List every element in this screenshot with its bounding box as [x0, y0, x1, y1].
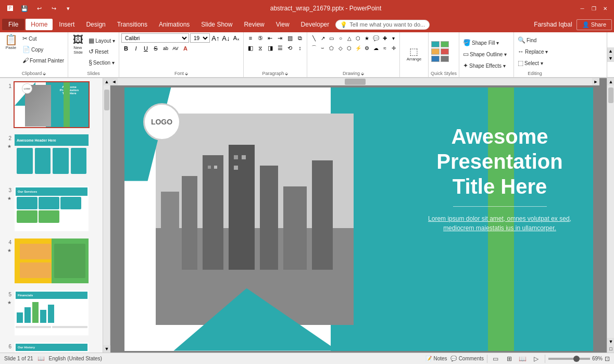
- scroll-left[interactable]: ◄: [110, 78, 118, 85]
- shape-cross[interactable]: ✛: [389, 43, 398, 53]
- comments-button[interactable]: Comments: [459, 356, 484, 361]
- tell-me-bar[interactable]: 💡 Tell me what you want to do...: [335, 20, 430, 30]
- zoom-fit-button[interactable]: ⊡: [605, 355, 610, 362]
- slide-item-2[interactable]: 2 ★ Awesome Header Here: [2, 132, 101, 181]
- shape-arrow[interactable]: ↗: [318, 33, 328, 43]
- slide-2-thumbnail[interactable]: Awesome Header Here: [14, 133, 90, 180]
- select-button[interactable]: ⬚Select ▾: [516, 58, 545, 68]
- slide-4-thumbnail[interactable]: [14, 237, 90, 284]
- slide-item-3[interactable]: 3 ★ Our Services: [2, 184, 101, 233]
- slide-item-5[interactable]: 5 ★ Financials: [2, 288, 101, 337]
- notes-button[interactable]: Notes: [434, 356, 447, 361]
- save-button[interactable]: 💾: [19, 3, 30, 14]
- reset-button[interactable]: ↺Reset: [87, 46, 117, 57]
- slide-sorter-button[interactable]: ⊞: [504, 355, 515, 363]
- bold-button[interactable]: B: [121, 44, 131, 53]
- font-size-select[interactable]: 19: [190, 33, 210, 43]
- underline-button[interactable]: U: [141, 44, 151, 53]
- decrease-font-button[interactable]: A↓: [221, 33, 231, 43]
- menu-transitions[interactable]: Transitions: [112, 19, 153, 30]
- menu-developer[interactable]: Developer: [296, 19, 335, 30]
- redo-button[interactable]: ↪: [48, 3, 59, 14]
- align-right-button[interactable]: ◨: [266, 43, 275, 53]
- shape-triangle[interactable]: △: [345, 33, 354, 43]
- menu-file[interactable]: File: [2, 19, 24, 30]
- canvas-scroll-down[interactable]: ▼: [607, 338, 614, 345]
- normal-view-button[interactable]: ▭: [491, 355, 501, 363]
- shape-line[interactable]: ╲: [309, 33, 319, 43]
- find-button[interactable]: 🔍Find: [516, 35, 538, 45]
- arrange-button[interactable]: ⬚ Arrange: [405, 46, 423, 62]
- clipboard-expand-icon[interactable]: ⬙: [43, 71, 46, 76]
- slide-6-thumbnail[interactable]: Our History: [14, 342, 90, 353]
- slide-panel-scroll-down[interactable]: ▼: [103, 345, 110, 353]
- shape-hexagon[interactable]: ⬡: [345, 43, 354, 53]
- canvas-scroll-up[interactable]: ▲: [607, 78, 614, 85]
- slide-item-4[interactable]: 4 ★: [2, 236, 101, 285]
- layout-button[interactable]: ▦Layout ▾: [87, 35, 117, 46]
- shape-lightning[interactable]: ⚡: [354, 43, 363, 53]
- style-swatch-1[interactable]: [431, 41, 440, 47]
- zoom-slider[interactable]: [548, 358, 590, 360]
- text-direction-button[interactable]: ⟲: [285, 43, 295, 53]
- shape-more[interactable]: ▾: [389, 33, 398, 43]
- ribbon-scroll-down[interactable]: ▼: [607, 55, 615, 62]
- slide-item-6[interactable]: 6 ★ Our History: [2, 341, 101, 353]
- align-left-button[interactable]: ◧: [246, 43, 255, 53]
- style-swatch-3[interactable]: [431, 48, 440, 55]
- replace-button[interactable]: ↔Replace ▾: [516, 46, 549, 57]
- menu-view[interactable]: View: [271, 19, 295, 30]
- font-expand-icon[interactable]: ⬙: [185, 71, 188, 76]
- shape-fill-button[interactable]: 🪣Shape Fill ▾: [461, 37, 500, 48]
- italic-button[interactable]: I: [131, 44, 141, 53]
- font-name-select[interactable]: Calibri: [121, 33, 189, 43]
- reading-view-button[interactable]: 📖: [518, 355, 528, 363]
- shape-pentagon[interactable]: ⬠: [327, 43, 336, 53]
- shape-callout[interactable]: 💬: [371, 33, 381, 43]
- copy-button[interactable]: 📄Copy: [21, 44, 66, 55]
- slide-1-thumbnail[interactable]: LOGO AwesomePresentationTitle Here: [14, 81, 90, 128]
- style-swatch-4[interactable]: [441, 48, 449, 55]
- shape-rect[interactable]: ▭: [327, 33, 336, 43]
- smart-art-button[interactable]: ⧉: [295, 33, 305, 43]
- drawing-expand-icon[interactable]: ⬙: [361, 71, 364, 76]
- share-button[interactable]: 👤 Share: [577, 19, 612, 30]
- new-slide-button[interactable]: 🖼 NewSlide: [70, 33, 86, 56]
- slideshow-button[interactable]: ▷: [531, 355, 542, 363]
- columns-button[interactable]: ▥: [285, 33, 295, 43]
- line-spacing-button[interactable]: ↕: [295, 43, 305, 53]
- slide-panel-scrollbar-thumb[interactable]: [104, 90, 109, 110]
- style-swatch-2[interactable]: [441, 41, 449, 47]
- minimize-button[interactable]: ─: [578, 4, 587, 13]
- section-button[interactable]: §Section ▾: [87, 57, 117, 68]
- canvas-scrollbar-thumb[interactable]: [608, 87, 613, 103]
- shape-chevron[interactable]: ⬡: [354, 33, 363, 43]
- ribbon-scroll-up[interactable]: ▲: [607, 47, 615, 55]
- numbered-list-button[interactable]: ⑤: [256, 33, 265, 43]
- shape-bracket[interactable]: ⌣: [318, 43, 328, 53]
- strikethrough-button[interactable]: S: [151, 44, 160, 53]
- slide-item-1[interactable]: 1 LOGO AwesomePresentationTitle Here: [2, 80, 101, 129]
- shape-star[interactable]: ★: [362, 33, 372, 43]
- bullets-button[interactable]: ≡: [246, 33, 255, 43]
- shape-wave[interactable]: ≈: [380, 43, 390, 53]
- increase-indent-button[interactable]: ⇥: [275, 33, 285, 43]
- paragraph-expand-icon[interactable]: ⬙: [285, 71, 288, 76]
- menu-insert[interactable]: Insert: [54, 19, 80, 30]
- clear-format-button[interactable]: Aₓ: [232, 33, 241, 43]
- shape-cloud[interactable]: ☁: [371, 43, 381, 53]
- menu-home[interactable]: Home: [26, 19, 53, 30]
- shape-diamond[interactable]: ◇: [336, 43, 345, 53]
- font-color-button[interactable]: A: [181, 44, 190, 53]
- undo-button[interactable]: ↩: [33, 3, 45, 14]
- menu-animations[interactable]: Animations: [154, 19, 195, 30]
- cut-button[interactable]: ✂Cut: [21, 33, 66, 44]
- shape-circle[interactable]: ○: [336, 33, 345, 43]
- slide-5-thumbnail[interactable]: Financials: [14, 290, 90, 336]
- style-swatch-5[interactable]: [431, 56, 440, 62]
- style-swatch-6[interactable]: [441, 56, 449, 62]
- format-painter-button[interactable]: 🖌Format Painter: [21, 55, 66, 66]
- restore-button[interactable]: ❐: [589, 4, 598, 13]
- decrease-indent-button[interactable]: ⇤: [266, 33, 275, 43]
- menu-review[interactable]: Review: [239, 19, 269, 30]
